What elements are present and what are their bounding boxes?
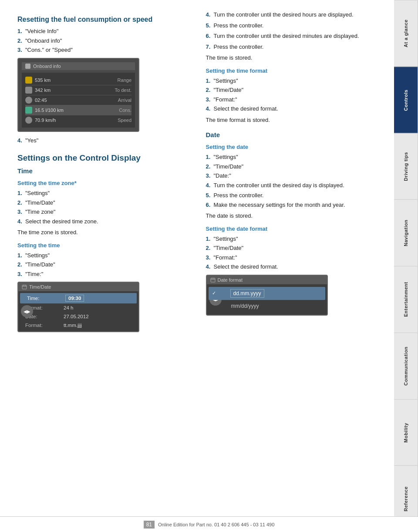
screen-body: 535 km Range 342 km To dest. 02:45 Arriv… bbox=[22, 73, 135, 128]
footer-content: 81 Online Edition for Part no. 01 40 2 6… bbox=[144, 521, 275, 529]
clock-icon bbox=[25, 97, 32, 104]
date-section: Date Setting the date 1. "Settings" 2. "… bbox=[206, 131, 381, 316]
page-number: 81 bbox=[144, 521, 155, 529]
time-subsection: Time Setting the time zone* 1. "Settings… bbox=[17, 167, 193, 332]
r-step-7: 7. Press the controller. bbox=[206, 43, 381, 51]
sidebar-tab-mobility[interactable]: Mobility bbox=[394, 399, 418, 466]
nav-arrow: ◀▶ bbox=[21, 305, 33, 317]
calendar2-icon bbox=[210, 277, 216, 283]
date-heading: Date bbox=[206, 131, 381, 138]
df-row-mmddyyyy: mm/dd/yyyy bbox=[207, 300, 327, 312]
screen-row-highlighted: 16.5 l/100 km Cons. bbox=[25, 105, 131, 115]
page-container: Resetting the fuel consumption or speed … bbox=[0, 0, 418, 532]
sidebar-tab-communication[interactable]: Communication bbox=[394, 333, 418, 399]
date-format-screen-container: Date format ◀▶ ✓ dd.mm.yyyy bbox=[206, 275, 337, 316]
tf-step-1: 1. "Settings" bbox=[206, 77, 381, 85]
sd-step-3: 3. "Date:" bbox=[206, 172, 381, 180]
timedate-body: ◀▶ Time: 09:30 Format: 24 h bbox=[18, 291, 138, 331]
screen-row: 70.9 km/h Speed bbox=[25, 115, 131, 125]
step-1: 1. "Vehicle Info" bbox=[17, 27, 193, 36]
td-row-time: Time: 09:30 bbox=[20, 293, 137, 303]
tf-step-3: 3. "Format:" bbox=[206, 95, 381, 104]
fuel-icon bbox=[25, 77, 32, 84]
step-3: 3. "Cons." or "Speed" bbox=[17, 46, 193, 54]
arrow-icon bbox=[25, 87, 32, 94]
r-step-5: 5. Press the controller. bbox=[206, 21, 381, 30]
dateformat-body: ◀▶ ✓ dd.mm.yyyy mm/dd/yyyy bbox=[207, 284, 327, 315]
steps-4-7: 4. Turn the controller until the desired… bbox=[206, 10, 381, 62]
reset-fuel-section: Resetting the fuel consumption or speed … bbox=[17, 16, 193, 145]
timezone-subheading: Setting the time zone* bbox=[17, 180, 193, 186]
checkmark-icon: ✓ bbox=[212, 290, 216, 296]
right-column: 4. Turn the controller until the desired… bbox=[206, 9, 381, 515]
set-date-format-subheading: Setting the date format bbox=[206, 226, 381, 232]
set-date-format-steps: 1. "Settings" 2. "Time/Date" 3. "Format:… bbox=[206, 235, 381, 271]
speed-icon bbox=[25, 117, 32, 124]
date-stored-info: The date is stored. bbox=[206, 212, 381, 220]
svg-rect-0 bbox=[22, 285, 27, 289]
sdf-step-4: 4. Select the desired format. bbox=[206, 263, 381, 271]
onboard-info-screen: Onboard info 535 km Range 342 km To dest… bbox=[17, 58, 139, 132]
footer-text: Online Edition for Part no. 01 40 2 606 … bbox=[158, 522, 274, 527]
timezone-steps: 1. "Settings" 2. "Time/Date" 3. "Time zo… bbox=[17, 189, 193, 226]
st-step-2: 2. "Time/Date" bbox=[17, 260, 193, 269]
time-stored-info: The time is stored. bbox=[206, 54, 381, 62]
sidebar-tab-driving-tips[interactable]: Driving tips bbox=[394, 133, 418, 200]
r-step-6: 6. Turn the controller until the desired… bbox=[206, 32, 381, 40]
sidebar: At a glance Controls Driving tips Naviga… bbox=[394, 0, 418, 532]
df-row-ddmmyyyy: ✓ dd.mm.yyyy bbox=[209, 287, 325, 300]
tf-step-2: 2. "Time/Date" bbox=[206, 86, 381, 94]
td-row-format2: Format: tt.mm.jjjj bbox=[18, 321, 138, 330]
sd-step-4: 4. Turn the controller until the desired… bbox=[206, 181, 381, 190]
settime-steps: 1. "Settings" 2. "Time/Date" 3. "Time:" bbox=[17, 251, 193, 279]
st-step-3: 3. "Time:" bbox=[17, 270, 193, 279]
tz-step-4: 4. Select the desired time zone. bbox=[17, 217, 193, 226]
sidebar-tab-entertainment[interactable]: Entertainment bbox=[394, 266, 418, 333]
sd-step-1: 1. "Settings" bbox=[206, 153, 381, 162]
sd-step-5: 5. Press the controller. bbox=[206, 191, 381, 200]
sd-step-6: 6. Make the necessary settings for the m… bbox=[206, 201, 381, 209]
set-date-format-sub: Setting the date format 1. "Settings" 2.… bbox=[206, 226, 381, 316]
timedate-title: Time/Date bbox=[18, 283, 138, 291]
time-format-heading: Setting the time format bbox=[206, 67, 381, 74]
td-row-date: Date: 27.05.2012 bbox=[18, 312, 138, 321]
sdf-step-1: 1. "Settings" bbox=[206, 235, 381, 243]
tz-step-1: 1. "Settings" bbox=[17, 189, 193, 198]
screen-title-bar: Onboard info bbox=[22, 62, 135, 70]
sidebar-tab-navigation[interactable]: Navigation bbox=[394, 199, 418, 266]
sdf-step-3: 3. "Format:" bbox=[206, 253, 381, 262]
dateformat-title: Date format bbox=[207, 276, 327, 284]
time-heading: Time bbox=[17, 167, 193, 175]
left-column: Resetting the fuel consumption or speed … bbox=[17, 9, 193, 515]
screen-row: 342 km To dest. bbox=[25, 85, 131, 95]
settime-subheading: Setting the time bbox=[17, 242, 193, 249]
dateformat-screen: Date format ◀▶ ✓ dd.mm.yyyy bbox=[206, 275, 328, 316]
reset-fuel-steps: 1. "Vehicle Info" 2. "Onboard info" 3. "… bbox=[17, 27, 193, 54]
sidebar-tab-controls[interactable]: Controls bbox=[394, 67, 418, 133]
st-step-1: 1. "Settings" bbox=[17, 251, 193, 260]
step-4: 4. "Yes" bbox=[17, 136, 193, 145]
set-date-sub: Setting the date 1. "Settings" 2. "Time/… bbox=[206, 144, 381, 220]
settings-control-heading: Settings on the Control Display bbox=[17, 153, 193, 163]
reset-fuel-heading: Resetting the fuel consumption or speed bbox=[17, 16, 193, 24]
svg-rect-4 bbox=[211, 278, 215, 282]
main-content: Resetting the fuel consumption or speed … bbox=[0, 0, 394, 532]
time-format-steps: 1. "Settings" 2. "Time/Date" 3. "Format:… bbox=[206, 77, 381, 113]
timezone-info: The time zone is stored. bbox=[17, 228, 193, 237]
set-date-subheading: Setting the date bbox=[206, 144, 381, 150]
sidebar-tab-at-a-glance[interactable]: At a glance bbox=[394, 0, 418, 67]
sdf-step-2: 2. "Time/Date" bbox=[206, 244, 381, 253]
tf-step-4: 4. Select the desired format. bbox=[206, 104, 381, 113]
settings-control-display-section: Settings on the Control Display Time Set… bbox=[17, 153, 193, 332]
screen-icon bbox=[25, 64, 30, 69]
tz-step-2: 2. "Time/Date" bbox=[17, 199, 193, 207]
timezone-sub: Setting the time zone* 1. "Settings" 2. … bbox=[17, 180, 193, 237]
settime-sub: Setting the time 1. "Settings" 2. "Time/… bbox=[17, 242, 193, 333]
screen-row: 02:45 Arrival bbox=[25, 95, 131, 105]
td-row-format: Format: 24 h bbox=[18, 303, 138, 312]
right-steps-list: 4. Turn the controller until the desired… bbox=[206, 10, 381, 51]
sd-step-2: 2. "Time/Date" bbox=[206, 162, 381, 171]
screen-row: 535 km Range bbox=[25, 75, 131, 85]
tz-step-3: 3. "Time zone" bbox=[17, 208, 193, 216]
r-step-4: 4. Turn the controller until the desired… bbox=[206, 10, 381, 19]
